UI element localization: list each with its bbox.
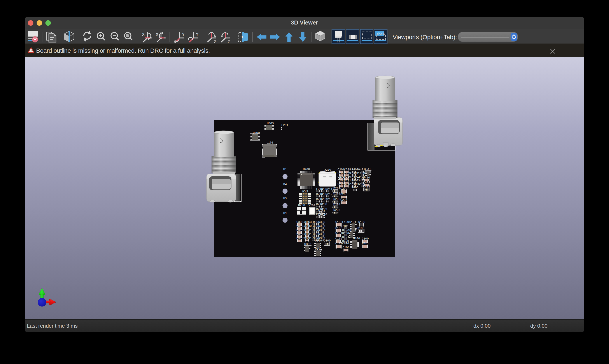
svg-text:C200: C200 [340,187,347,191]
svg-text:dy 0.00: dy 0.00 [530,323,547,329]
svg-text:C203: C203 [337,175,344,179]
svg-text:R306: R306 [318,224,325,228]
svg-text:31B: 31B [308,233,313,236]
svg-text:C201: C201 [337,168,344,171]
svg-text:R103: R103 [342,232,349,235]
svg-text:R210: R210 [320,213,327,216]
svg-text:U303: U303 [267,122,274,125]
svg-text:R212: R212 [325,193,332,196]
svg-text:R307: R307 [318,229,325,232]
svg-text:C106: C106 [342,242,349,245]
svg-text:R30: R30 [313,221,318,224]
svg-text:Z: Z [228,40,230,44]
svg-text:R208: R208 [320,203,327,206]
svg-text:L201: L201 [281,124,288,127]
svg-text:R213: R213 [325,197,332,201]
svg-text:2209: 2209 [344,171,351,175]
svg-text:5212: 5212 [344,182,351,186]
svg-text:C208: C208 [344,168,351,171]
svg-text:30R: 30R [308,224,313,228]
svg-text:U400: U400 [253,131,260,134]
svg-text:dx 0.00: dx 0.00 [473,323,491,329]
svg-text:Y200: Y200 [309,204,315,207]
svg-text:31R: 31R [308,229,313,232]
svg-text:X: X [142,32,144,36]
svg-text:R209: R209 [320,208,327,211]
svg-text:C101: C101 [362,242,369,245]
svg-text:U200: U200 [303,168,310,171]
svg-text:C206: C206 [340,193,347,196]
svg-text:D200: D200 [298,204,305,207]
svg-text:H1: H1 [283,168,287,171]
svg-text:R100: R100 [358,221,365,224]
svg-text:31R: 31R [308,237,313,240]
svg-text:R308: R308 [318,233,325,236]
svg-text:Viewports (Option+Tab):: Viewports (Option+Tab): [393,34,457,40]
svg-text:R102: R102 [342,228,349,232]
svg-text:Board outline is missing or ma: Board outline is missing or malformed. R… [36,47,210,54]
svg-text:R405: R405 [351,186,358,189]
svg-text:H2: H2 [283,182,287,185]
svg-text:30B: 30B [313,233,318,236]
svg-text:H4: H4 [283,211,287,215]
svg-text:30R: 30R [313,229,318,232]
svg-text:U302: U302 [304,243,311,246]
svg-text:C30: C30 [308,221,313,224]
svg-text:Y: Y [196,32,198,36]
svg-text:H3: H3 [283,197,287,200]
svg-text:Y: Y [182,32,184,36]
svg-text:R305: R305 [318,221,325,224]
svg-text:C204: C204 [337,179,344,182]
svg-text:C108: C108 [343,246,349,249]
svg-text:C205: C205 [337,182,344,186]
svg-text:30R: 30R [313,224,318,228]
svg-text:J201: J201 [301,189,308,193]
svg-text:3D Viewer: 3D Viewer [291,19,318,26]
svg-text:D300: D300 [324,239,331,242]
svg-text:C202: C202 [337,171,344,175]
svg-text:X: X [156,32,158,36]
svg-text:3210: 3210 [344,175,351,179]
svg-text:4211: 4211 [344,179,351,182]
svg-text:L100: L100 [342,221,349,224]
svg-text:L101: L101 [266,141,273,144]
svg-text:R211: R211 [325,187,332,191]
svg-text:C207: C207 [340,198,347,202]
svg-text:Z: Z [214,40,216,44]
svg-text:Last render time 3 ms: Last render time 3 ms [27,323,78,329]
svg-text:U101: U101 [349,221,356,224]
svg-text:S: S [384,144,386,148]
svg-text:U301: U301 [315,247,322,250]
svg-text:U300: U300 [315,239,322,242]
svg-text:R104: R104 [342,235,349,239]
